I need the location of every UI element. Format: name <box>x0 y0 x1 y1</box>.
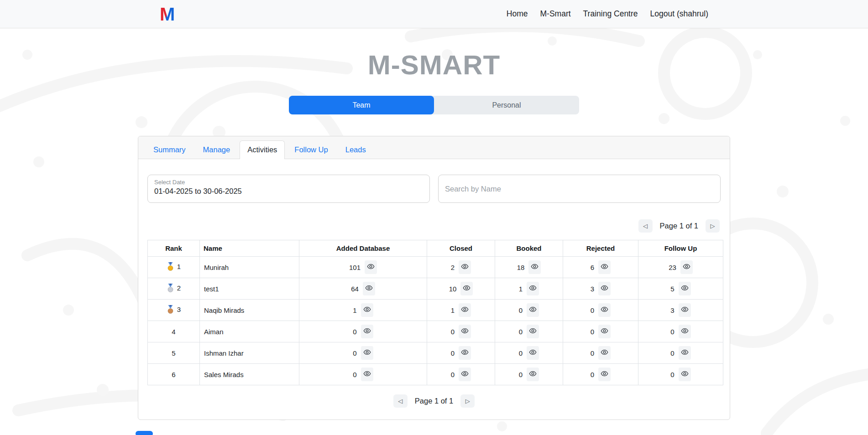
view-details-button[interactable] <box>361 303 373 317</box>
eye-icon <box>601 370 608 379</box>
view-details-button[interactable] <box>527 303 539 317</box>
rank-number: 4 <box>172 328 175 336</box>
tab-summary[interactable]: Summary <box>146 140 193 159</box>
metric-cell: 18 <box>495 257 563 278</box>
tab-activities[interactable]: Activities <box>240 140 285 159</box>
metric-cell: 0 <box>563 364 638 385</box>
eye-icon <box>601 327 608 336</box>
view-details-button[interactable] <box>598 368 611 381</box>
view-details-button[interactable] <box>361 346 373 360</box>
rank-number: 3 <box>177 306 181 313</box>
view-details-button[interactable] <box>460 282 473 295</box>
view-details-button[interactable] <box>365 260 377 274</box>
nav-link-home[interactable]: Home <box>507 9 528 19</box>
view-details-button[interactable] <box>527 368 539 381</box>
bottom-pagination: ◁ Page 1 of 1 ▷ <box>147 394 721 408</box>
metric-value: 0 <box>451 371 455 378</box>
view-details-button[interactable] <box>598 346 611 360</box>
view-details-button[interactable] <box>459 260 471 274</box>
page-title: M-SMART <box>0 49 868 81</box>
metric-value: 0 <box>451 328 455 336</box>
view-details-button[interactable] <box>527 346 539 360</box>
team-toggle-button[interactable]: Team <box>289 96 434 114</box>
tab-leads[interactable]: Leads <box>338 140 374 159</box>
view-details-button[interactable] <box>363 282 375 295</box>
eye-icon <box>529 327 537 336</box>
view-details-button[interactable] <box>459 325 471 338</box>
view-details-button[interactable] <box>361 368 373 381</box>
page-indicator: Page 1 of 1 <box>660 222 698 230</box>
metric-value: 0 <box>591 328 594 336</box>
metric-value: 0 <box>451 349 455 357</box>
eye-icon <box>681 327 689 336</box>
metric-value: 18 <box>517 264 525 271</box>
eye-icon <box>681 306 689 315</box>
eye-icon <box>461 306 469 315</box>
personal-toggle-button[interactable]: Personal <box>434 96 579 114</box>
view-details-button[interactable] <box>527 325 539 338</box>
view-details-button[interactable] <box>527 282 539 295</box>
top-navbar: M Home M-Smart Training Centre Logout (s… <box>0 0 868 28</box>
navbar-container: M Home M-Smart Training Centre Logout (s… <box>160 5 708 23</box>
view-details-button[interactable] <box>361 325 373 338</box>
tab-manage[interactable]: Manage <box>195 140 238 159</box>
rank-number: 1 <box>177 263 181 270</box>
metric-cell: 2 <box>427 257 495 278</box>
column-header-rejected: Rejected <box>563 240 638 257</box>
table-row: 5Ishman Izhar00000 <box>148 342 723 364</box>
view-details-button[interactable] <box>598 260 611 274</box>
next-page-button[interactable]: ▷ <box>706 219 720 233</box>
nav-link-training-centre[interactable]: Training Centre <box>583 9 638 19</box>
view-details-button[interactable] <box>679 368 691 381</box>
eye-icon <box>601 306 608 315</box>
metric-value: 0 <box>670 349 674 357</box>
previous-page-button[interactable]: ◁ <box>638 219 653 233</box>
previous-page-button[interactable]: ◁ <box>393 394 408 408</box>
metric-value: 0 <box>519 306 523 314</box>
table-row: 4Aiman00000 <box>148 321 723 342</box>
tab-follow-up[interactable]: Follow Up <box>287 140 335 159</box>
metric-cell: 5 <box>638 278 723 300</box>
view-details-button[interactable] <box>459 303 471 317</box>
date-range-field[interactable]: Select Date 01-04-2025 to 30-06-2025 <box>147 175 430 203</box>
rank-cell: 3 <box>148 300 200 321</box>
eye-icon <box>529 306 537 315</box>
view-details-button[interactable] <box>598 303 611 317</box>
metric-cell: 0 <box>638 364 723 385</box>
metric-cell: 10 <box>427 278 495 300</box>
metric-value: 0 <box>670 371 674 378</box>
metric-value: 0 <box>519 371 523 378</box>
metric-value: 3 <box>670 306 674 314</box>
view-details-button[interactable] <box>598 325 611 338</box>
view-details-button[interactable] <box>459 368 471 381</box>
view-details-button[interactable] <box>679 303 691 317</box>
view-details-button[interactable] <box>598 282 611 295</box>
date-range-label: Select Date <box>154 179 423 186</box>
table-row: 6Sales Mirads00000 <box>148 364 723 385</box>
metric-cell: 3 <box>638 300 723 321</box>
metric-cell: 64 <box>299 278 427 300</box>
metric-cell: 0 <box>427 364 495 385</box>
view-details-button[interactable] <box>679 346 691 360</box>
metric-cell: 0 <box>427 342 495 364</box>
view-details-button[interactable] <box>680 260 693 274</box>
bronze-medal-icon <box>167 305 174 314</box>
next-page-button[interactable]: ▷ <box>460 394 475 408</box>
view-details-button[interactable] <box>459 346 471 360</box>
search-by-name-input[interactable] <box>438 175 721 203</box>
view-details-button[interactable] <box>679 325 691 338</box>
nav-link-logout[interactable]: Logout (shahrul) <box>650 9 708 19</box>
metric-value: 0 <box>591 371 594 378</box>
eye-icon <box>529 284 537 293</box>
silver-medal-icon <box>167 284 174 293</box>
brand-logo[interactable]: M <box>160 5 175 23</box>
view-details-button[interactable] <box>679 282 691 295</box>
view-details-button[interactable] <box>528 260 541 274</box>
eye-icon <box>683 263 690 272</box>
metric-cell: 0 <box>427 321 495 342</box>
metric-value: 0 <box>670 328 674 336</box>
nav-link-msmart[interactable]: M-Smart <box>540 9 571 19</box>
eye-icon <box>363 370 371 379</box>
card-tab-bar: Summary Manage Activities Follow Up Lead… <box>138 136 730 159</box>
eye-icon <box>363 306 371 315</box>
